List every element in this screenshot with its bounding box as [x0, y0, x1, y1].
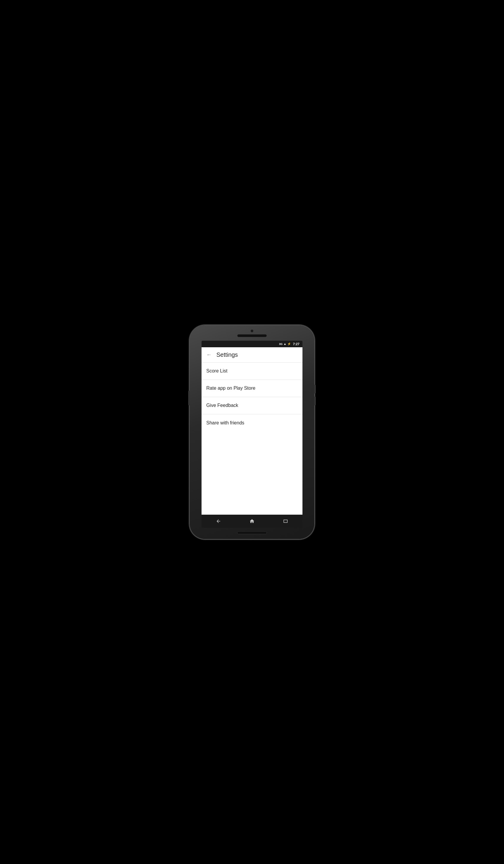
settings-list: Score List Rate app on Play Store Give F… — [202, 363, 302, 515]
settings-item-score-list[interactable]: Score List — [202, 363, 302, 380]
status-bar: 3G ▲ ⚡ 7:27 — [202, 341, 302, 347]
settings-item-share-friends[interactable]: Share with friends — [202, 414, 302, 432]
volume-left-button[interactable] — [188, 391, 190, 406]
page-title: Settings — [216, 351, 238, 358]
back-button[interactable]: ← — [206, 352, 212, 358]
settings-item-label: Give Feedback — [206, 403, 238, 408]
screen: 3G ▲ ⚡ 7:27 ← Settings Score List — [202, 341, 302, 528]
nav-back-button[interactable] — [213, 515, 224, 527]
volume-button[interactable] — [314, 397, 316, 406]
nav-recents-icon — [283, 518, 288, 524]
status-icons: 3G ▲ ⚡ 7:27 — [279, 342, 300, 346]
phone-bottom — [190, 531, 314, 539]
settings-item-label: Score List — [206, 368, 227, 374]
status-time: 7:27 — [293, 342, 300, 346]
network-type-label: 3G — [279, 343, 283, 346]
phone-device: 3G ▲ ⚡ 7:27 ← Settings Score List — [190, 325, 314, 539]
app-content: ← Settings Score List Rate app on Play S… — [202, 347, 302, 515]
signal-icon: ▲ — [284, 342, 286, 346]
nav-home-button[interactable] — [246, 515, 258, 527]
navigation-bar — [202, 515, 302, 528]
front-camera — [251, 329, 253, 333]
settings-item-label: Share with friends — [206, 420, 244, 425]
back-arrow-icon: ← — [206, 352, 212, 358]
earpiece-speaker — [237, 334, 267, 337]
toolbar: ← Settings — [202, 347, 302, 363]
settings-item-give-feedback[interactable]: Give Feedback — [202, 397, 302, 414]
nav-back-icon — [216, 518, 221, 524]
phone-top — [190, 325, 314, 337]
bottom-speaker — [237, 531, 267, 534]
settings-item-rate-app[interactable]: Rate app on Play Store — [202, 380, 302, 397]
power-button[interactable] — [314, 385, 316, 394]
settings-item-label: Rate app on Play Store — [206, 386, 255, 391]
nav-home-icon — [249, 518, 255, 524]
nav-recents-button[interactable] — [280, 515, 291, 527]
battery-icon: ⚡ — [287, 342, 291, 346]
